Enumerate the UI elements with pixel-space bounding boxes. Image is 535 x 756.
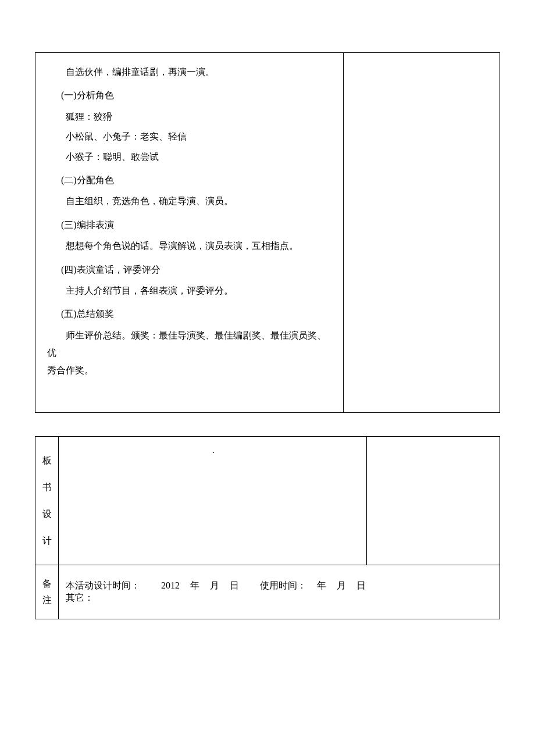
design-year-value: 2012	[161, 580, 180, 590]
remarks-char-2: 注	[35, 592, 58, 608]
section-3-body: 想想每个角色说的话。导演解说，演员表演，互相指点。	[47, 237, 331, 255]
board-char-4: 计	[35, 527, 58, 554]
section-4-body: 主持人介绍节目，各组表演，评委评分。	[47, 282, 331, 299]
section-1-heading: (一)分析角色	[47, 87, 331, 104]
section-2-body: 自主组织，竞选角色，确定导演、演员。	[47, 192, 331, 210]
remarks-char-1: 备	[35, 576, 58, 592]
design-year-label: 年	[190, 580, 199, 590]
lesson-content-cell: 自选伙伴，编排童话剧，再演一演。 (一)分析角色 狐狸：狡猾 小松鼠、小兔子：老…	[35, 53, 344, 413]
content-table: 自选伙伴，编排童话剧，再演一演。 (一)分析角色 狐狸：狡猾 小松鼠、小兔子：老…	[35, 52, 500, 413]
use-month-label: 月	[337, 580, 346, 590]
section-1-line-2: 小松鼠、小兔子：老实、轻信	[66, 128, 331, 145]
section-5-body-line1: 师生评价总结。颁奖：最佳导演奖、最佳编剧奖、最佳演员奖、优	[47, 330, 326, 358]
section-5-heading: (五)总结颁奖	[47, 305, 331, 323]
remarks-label-cell: 备 注	[35, 565, 59, 619]
remarks-content-cell: 本活动设计时间：2012年月日使用时间：年月日 其它：	[59, 565, 500, 619]
remarks-line-2: 其它：	[66, 592, 493, 604]
design-month-label: 月	[210, 580, 219, 590]
footer-table: 板 书 设 计 · 备 注 本活动设计时间：2012年月日使用时间：年月日 其它…	[35, 436, 500, 619]
board-char-1: 板	[35, 447, 58, 474]
content-side-cell	[344, 53, 500, 413]
board-design-label-cell: 板 书 设 计	[35, 436, 59, 565]
use-time-prefix: 使用时间：	[260, 580, 306, 590]
section-1-line-1: 狐狸：狡猾	[66, 108, 331, 126]
section-5-body: 师生评价总结。颁奖：最佳导演奖、最佳编剧奖、最佳演员奖、优 秀合作奖。	[47, 327, 331, 380]
use-year-label: 年	[317, 580, 326, 590]
section-4-heading: (四)表演童话，评委评分	[47, 261, 331, 279]
section-5-body-line2: 秀合作奖。	[47, 362, 331, 379]
board-char-2: 书	[35, 474, 58, 501]
board-char-3: 设	[35, 501, 58, 527]
use-day-label: 日	[356, 580, 366, 590]
board-design-side-cell	[367, 436, 500, 565]
design-day-label: 日	[230, 580, 239, 590]
section-3-heading: (三)编排表演	[47, 216, 331, 234]
design-time-prefix: 本活动设计时间：	[66, 580, 140, 590]
section-1-line-3: 小猴子：聪明、敢尝试	[66, 148, 331, 166]
intro-line: 自选伙伴，编排童话剧，再演一演。	[47, 63, 331, 81]
remarks-line-1: 本活动设计时间：2012年月日使用时间：年月日	[66, 580, 493, 592]
dot-mark: ·	[213, 448, 215, 458]
board-design-content-cell: ·	[59, 436, 367, 565]
section-2-heading: (二)分配角色	[47, 172, 331, 189]
